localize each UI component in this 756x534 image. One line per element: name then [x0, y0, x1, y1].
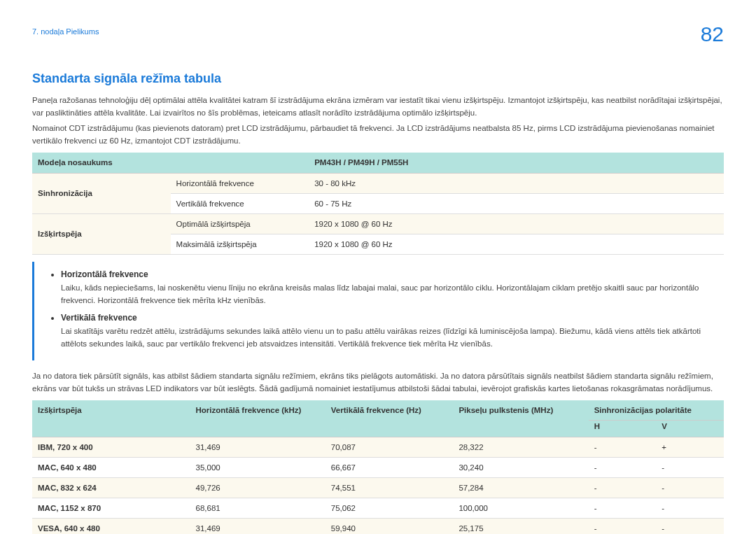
- table-row: VESA, 640 x 48031,46959,94025,175--: [32, 518, 724, 534]
- intro-paragraph-2: Nomainot CDT izstrādājumu (kas pievienot…: [32, 122, 724, 148]
- cell-res: MAC, 832 x 624: [32, 477, 190, 498]
- cell-h: -: [589, 437, 657, 457]
- note-hfreq-desc: Laiku, kāds nepieciešams, lai noskenētu …: [61, 282, 710, 307]
- cell-h: -: [589, 477, 657, 498]
- chapter-label: 7. nodaļa Pielikums: [32, 27, 99, 37]
- spec-hfreq-label: Horizontālā frekvence: [171, 173, 309, 193]
- table-row: MAC, 832 x 62449,72674,55157,284--: [32, 477, 724, 498]
- cell-h: -: [589, 457, 657, 477]
- intro-paragraph-1: Paneļa ražošanas tehnoloģiju dēļ optimāl…: [32, 94, 724, 120]
- table-row: MAC, 640 x 48035,00066,66730,240--: [32, 457, 724, 477]
- cell-hf: 35,000: [190, 457, 326, 477]
- th-sync-h: H: [589, 421, 657, 437]
- th-pixelclock: Pikseļu pulkstenis (MHz): [453, 400, 588, 437]
- cell-vf: 70,087: [326, 437, 454, 457]
- cell-pc: 25,175: [453, 518, 588, 534]
- spec-maxres-value: 1920 x 1080 @ 60 Hz: [309, 234, 724, 254]
- cell-pc: 28,322: [453, 437, 588, 457]
- cell-pc: 30,240: [453, 457, 588, 477]
- th-resolution: Izšķirtspēja: [32, 400, 190, 437]
- cell-v: -: [656, 518, 724, 534]
- spec-maxres-label: Maksimālā izšķirtspēja: [171, 234, 309, 254]
- cell-pc: 100,000: [453, 498, 588, 518]
- cell-h: -: [589, 518, 657, 534]
- signal-mode-table: Izšķirtspēja Horizontālā frekvence (kHz)…: [32, 400, 724, 534]
- page-header: 7. nodaļa Pielikums 82: [32, 27, 724, 49]
- cell-vf: 66,667: [326, 457, 454, 477]
- cell-hf: 31,469: [190, 437, 326, 457]
- spec-vfreq-label: Vertikālā frekvence: [171, 193, 309, 213]
- signal-intro-paragraph: Ja no datora tiek pārsūtīt signāls, kas …: [32, 370, 724, 395]
- cell-vf: 74,551: [326, 477, 454, 498]
- spec-optres-label: Optimālā izšķirtspēja: [171, 213, 309, 234]
- cell-v: -: [656, 457, 724, 477]
- page-title: Standarta signāla režīma tabula: [32, 70, 724, 87]
- spec-header-model: Modeļa nosaukums: [32, 153, 309, 173]
- note-box: Horizontālā frekvence Laiku, kāds nepiec…: [32, 262, 724, 360]
- cell-v: -: [656, 477, 724, 498]
- cell-vf: 59,940: [326, 518, 454, 534]
- cell-res: IBM, 720 x 400: [32, 437, 190, 457]
- th-syncpol: Sinhronizācijas polaritāte: [589, 400, 724, 421]
- note-vfreq-title: Vertikālā frekvence: [61, 313, 137, 323]
- th-hfreq: Horizontālā frekvence (kHz): [190, 400, 326, 437]
- note-vfreq-desc: Lai skatītājs varētu redzēt attēlu, izst…: [61, 325, 710, 351]
- cell-hf: 31,469: [190, 518, 326, 534]
- spec-hfreq-value: 30 - 80 kHz: [309, 173, 724, 193]
- spec-row-sync: Sinhronizācija: [32, 173, 171, 213]
- th-vfreq: Vertikālā frekvence (Hz): [326, 400, 454, 437]
- cell-hf: 49,726: [190, 477, 326, 498]
- note-hfreq-title: Horizontālā frekvence: [61, 269, 148, 279]
- cell-pc: 57,284: [453, 477, 588, 498]
- cell-hf: 68,681: [190, 498, 326, 518]
- cell-v: +: [656, 437, 724, 457]
- spec-vfreq-value: 60 - 75 Hz: [309, 193, 724, 213]
- spec-header-value: PM43H / PM49H / PM55H: [309, 153, 724, 173]
- cell-res: VESA, 640 x 480: [32, 518, 190, 534]
- cell-v: -: [656, 498, 724, 518]
- page-number: 82: [701, 20, 724, 49]
- cell-res: MAC, 1152 x 870: [32, 498, 190, 518]
- table-row: MAC, 1152 x 87068,68175,062100,000--: [32, 498, 724, 518]
- spec-table: Modeļa nosaukums PM43H / PM49H / PM55H S…: [32, 153, 724, 254]
- spec-optres-value: 1920 x 1080 @ 60 Hz: [309, 213, 724, 234]
- cell-h: -: [589, 498, 657, 518]
- cell-vf: 75,062: [326, 498, 454, 518]
- table-row: IBM, 720 x 40031,46970,08728,322-+: [32, 437, 724, 457]
- cell-res: MAC, 640 x 480: [32, 457, 190, 477]
- th-sync-v: V: [656, 421, 724, 437]
- spec-row-res: Izšķirtspēja: [32, 213, 171, 254]
